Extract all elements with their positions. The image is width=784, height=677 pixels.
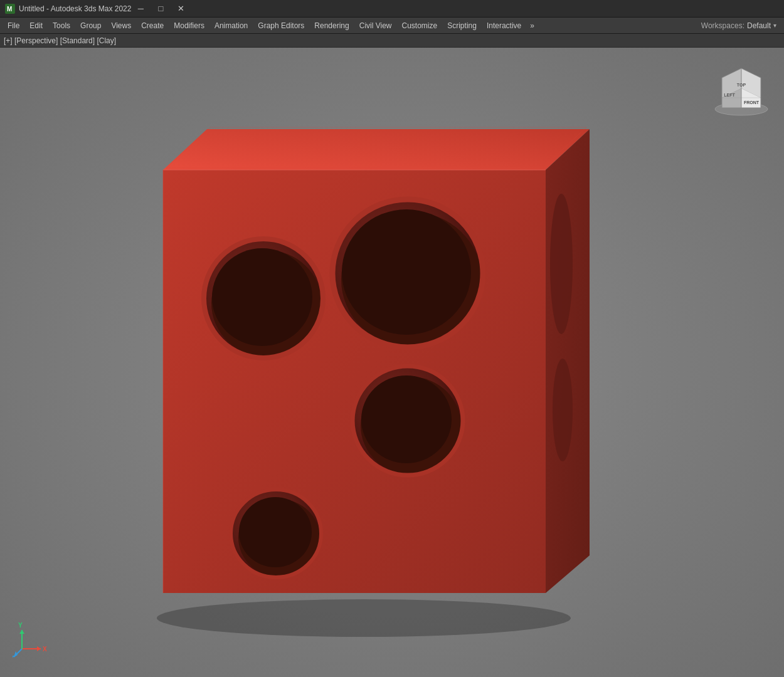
viewport[interactable]: TOP FRONT LEFT X Y Z <box>0 48 784 677</box>
svg-text:FRONT: FRONT <box>744 100 760 105</box>
menu-civil-view[interactable]: Civil View <box>354 19 397 32</box>
menu-tools[interactable]: Tools <box>48 19 75 32</box>
menu-create[interactable]: Create <box>136 19 169 32</box>
minimize-button[interactable]: ─ <box>131 2 150 16</box>
svg-point-10 <box>212 248 312 346</box>
viewport-label[interactable]: [+] [Perspective] [Standard] [Clay] <box>4 36 116 45</box>
3d-scene <box>0 48 784 677</box>
svg-point-4 <box>157 599 571 637</box>
close-button[interactable]: ✕ <box>171 2 190 16</box>
menu-customize[interactable]: Customize <box>397 19 443 32</box>
viewcube[interactable]: TOP FRONT LEFT <box>712 59 771 118</box>
svg-marker-47 <box>14 651 18 657</box>
svg-point-25 <box>553 359 573 461</box>
app-icon: M <box>5 4 15 14</box>
menu-views[interactable]: Views <box>106 19 136 32</box>
svg-text:X: X <box>43 646 47 653</box>
svg-marker-5 <box>163 129 590 170</box>
menu-animation[interactable]: Animation <box>209 19 253 32</box>
menu-group[interactable]: Group <box>75 19 106 32</box>
menu-more-button[interactable]: » <box>526 19 538 32</box>
menu-file[interactable]: File <box>3 19 24 32</box>
svg-marker-41 <box>37 646 41 651</box>
workspaces-dropdown-icon[interactable]: ▾ <box>773 22 776 29</box>
menubar: File Edit Tools Group Views Create Modif… <box>0 18 784 34</box>
menu-edit[interactable]: Edit <box>24 19 48 32</box>
menu-rendering[interactable]: Rendering <box>309 19 354 32</box>
titlebar: M Untitled - Autodesk 3ds Max 2022 ─ □ ✕ <box>0 0 784 18</box>
svg-point-22 <box>239 497 312 567</box>
axis-indicator: X Y Z <box>13 621 50 658</box>
menu-scripting[interactable]: Scripting <box>442 19 482 32</box>
svg-text:TOP: TOP <box>737 83 746 87</box>
workspaces-label: Workspaces: <box>701 21 744 30</box>
viewport-label-bar: [+] [Perspective] [Standard] [Clay] <box>0 34 784 48</box>
menu-modifiers[interactable]: Modifiers <box>169 19 209 32</box>
window-controls: ─ □ ✕ <box>131 2 190 16</box>
svg-point-14 <box>342 209 471 335</box>
svg-marker-44 <box>19 630 24 634</box>
svg-point-18 <box>361 375 452 463</box>
svg-text:Y: Y <box>18 622 23 629</box>
svg-text:LEFT: LEFT <box>724 93 735 97</box>
window-title: Untitled - Autodesk 3ds Max 2022 <box>19 4 131 13</box>
svg-text:M: M <box>7 6 12 13</box>
workspaces-value[interactable]: Default <box>747 21 771 30</box>
workspaces-area: Workspaces: Default ▾ <box>696 21 781 30</box>
maximize-button[interactable]: □ <box>151 2 170 16</box>
menu-graph-editors[interactable]: Graph Editors <box>253 19 309 32</box>
svg-point-24 <box>550 194 573 334</box>
svg-marker-6 <box>546 129 590 593</box>
menu-interactive[interactable]: Interactive <box>482 19 526 32</box>
